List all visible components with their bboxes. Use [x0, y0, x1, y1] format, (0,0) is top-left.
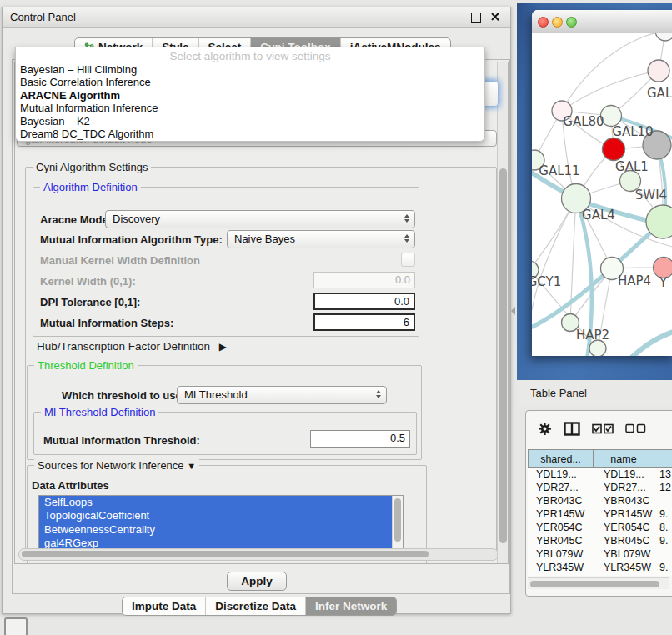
close-traffic-light-icon[interactable] — [538, 17, 549, 28]
table-cell: 9. — [654, 561, 672, 574]
table-body: YDL19...YDL19...13YDR27...YDR27...12YBR0… — [528, 468, 672, 576]
table-cell — [654, 548, 672, 561]
network-edge-highlighted[interactable] — [629, 331, 672, 356]
tab-infer-network[interactable]: Infer Network — [305, 598, 396, 615]
gear-icon[interactable] — [538, 422, 552, 436]
network-node[interactable] — [655, 33, 672, 41]
table-row[interactable]: YDR27...YDR27...12 — [528, 481, 672, 494]
node-label: HAP4 — [618, 273, 651, 288]
settings-vscrollbar[interactable] — [497, 62, 508, 563]
column-header[interactable]: A — [654, 449, 672, 468]
which-threshold-value: MI Threshold — [184, 388, 248, 401]
network-node-gal[interactable] — [648, 60, 669, 82]
table-cell: YPR145W — [594, 508, 654, 521]
tab-discretize-data[interactable]: Discretize Data — [205, 598, 305, 615]
node-label: GAL11 — [539, 163, 579, 178]
table-cell: YDL19... — [594, 468, 654, 481]
column-header[interactable]: name — [594, 449, 654, 468]
cyni-mode-tabbar: Impute DataDiscretize DataInfer Network — [122, 597, 397, 616]
column-header[interactable]: shared... — [528, 449, 594, 468]
hub-definition-toggle[interactable]: Hub/Transcription Factor Definition ▶ — [37, 340, 227, 352]
table-cell: 8. — [654, 521, 672, 534]
table-cell: YDR27... — [594, 481, 654, 494]
table-row[interactable]: YIL052CYIL052C9. — [528, 574, 672, 576]
table-row[interactable]: YDL19...YDL19...13 — [528, 468, 672, 481]
aracne-mode-label: Aracne Mode: — [40, 213, 112, 226]
kernel-width-label: Kernel Width (0,1): — [40, 275, 136, 288]
network-edge[interactable] — [532, 198, 576, 310]
apply-button[interactable]: Apply — [227, 572, 287, 591]
table-row[interactable]: YBR045CYBR045C9. — [528, 534, 672, 548]
node-label: GCY1 — [532, 274, 561, 289]
table-row[interactable]: YBR043CYBR043C — [528, 494, 672, 508]
network-edge[interactable] — [562, 71, 659, 111]
algorithm-definition-title: Algorithm Definition — [40, 181, 141, 193]
split-columns-icon[interactable] — [564, 422, 580, 436]
table-cell: YER054C — [528, 521, 594, 534]
algorithm-option[interactable]: Basic Correlation Inference — [16, 76, 484, 88]
algorithm-option[interactable]: Bayesian – Hill Climbing — [16, 63, 484, 76]
table-cell: 9. — [654, 574, 672, 576]
deselect-all-icon[interactable] — [625, 423, 646, 433]
list-scrollbar[interactable] — [392, 496, 403, 552]
which-threshold-combo[interactable]: MI Threshold — [177, 386, 387, 404]
network-canvas[interactable]: GALGAL80GAL10GAL1SWI4GAL11GAL4GCY1HAP4YH… — [532, 33, 672, 356]
sources-title: Sources for Network Inference ▼ — [34, 459, 199, 472]
algorithm-option[interactable]: ARACNE Algorithm — [16, 89, 484, 102]
stepper-icon — [376, 390, 381, 398]
table-cell: 13 — [654, 468, 672, 481]
mi-threshold-field[interactable]: 0.5 — [310, 430, 410, 448]
table-panel-title: Table Panel — [530, 387, 587, 399]
table-row[interactable]: YPR145WYPR145W9. — [528, 508, 672, 521]
table-cell: YBL079W — [594, 548, 654, 561]
algorithm-option[interactable]: Dream8 DC_TDC Algorithm — [16, 128, 484, 140]
sources-collapse-arrow-icon[interactable]: ▼ — [187, 461, 196, 471]
dpi-tolerance-field[interactable]: 0.0 — [313, 292, 415, 310]
sources-title-text: Sources for Network Inference — [38, 459, 184, 472]
which-threshold-label: Which threshold to use: — [62, 389, 185, 402]
kernel-width-field[interactable]: 0.0 — [313, 272, 415, 288]
node-label: GAL1 — [615, 159, 649, 174]
data-attribute-item[interactable]: SelfLoops — [39, 496, 403, 509]
data-attributes-list[interactable]: SelfLoopsTopologicalCoefficientBetweenne… — [38, 495, 404, 552]
zoom-traffic-light-icon[interactable] — [566, 17, 577, 28]
network-view-window: GALGAL80GAL10GAL1SWI4GAL11GAL4GCY1HAP4YH… — [532, 10, 672, 356]
algorithm-option[interactable]: Mutual Information Inference — [16, 102, 484, 114]
manual-kernel-label: Manual Kernel Width Definition — [40, 254, 200, 267]
table-cell — [654, 494, 672, 508]
algorithm-option[interactable]: Bayesian – K2 — [16, 115, 484, 128]
table-row[interactable]: YBL079WYBL079W — [528, 548, 672, 561]
table-cell: YBR045C — [594, 534, 654, 548]
control-panel-title: Control Panel — [10, 11, 76, 23]
select-all-icon[interactable] — [592, 423, 614, 434]
mi-threshold-label: Mutual Information Threshold: — [43, 434, 200, 447]
aracne-mode-combo[interactable]: Discovery — [105, 210, 415, 228]
data-attribute-item[interactable]: TopologicalCoefficient — [39, 509, 403, 522]
threshold-definition-title: Threshold Definition — [34, 359, 138, 372]
minimize-traffic-light-icon[interactable] — [552, 17, 563, 28]
float-icon[interactable] — [471, 12, 481, 22]
data-attribute-item[interactable]: BetweennessCentrality — [39, 523, 403, 537]
mi-type-combo[interactable]: Naive Bayes — [227, 230, 415, 248]
panel-divider-handle[interactable] — [511, 307, 515, 315]
table-row[interactable]: YER054CYER054C8. — [528, 521, 672, 534]
mi-steps-field[interactable]: 6 — [313, 313, 415, 331]
node-label: HAP2 — [576, 328, 609, 342]
manual-kernel-checkbox[interactable] — [401, 252, 415, 267]
tab-impute-data[interactable]: Impute Data — [123, 598, 205, 615]
data-attributes-label: Data Attributes — [32, 479, 109, 492]
mi-threshold-definition-title: MI Threshold Definition — [41, 406, 158, 418]
table-cell: 9. — [654, 508, 672, 521]
node-label: GAL — [647, 86, 672, 101]
table-header-row: shared...nameA — [528, 449, 672, 468]
control-panel-titlebar: Control Panel — [3, 8, 510, 28]
table-cell: 12 — [654, 481, 672, 494]
close-icon[interactable] — [490, 12, 500, 22]
network-node-gal1[interactable] — [603, 138, 625, 161]
stepper-icon — [404, 234, 409, 242]
table-row[interactable]: YLR345WYLR345W9. — [528, 561, 672, 574]
table-hscrollbar[interactable] — [528, 578, 669, 589]
collapsed-panel-icon[interactable] — [4, 618, 28, 635]
table-cell: YBR043C — [594, 494, 654, 508]
settings-hscrollbar[interactable] — [18, 548, 499, 561]
